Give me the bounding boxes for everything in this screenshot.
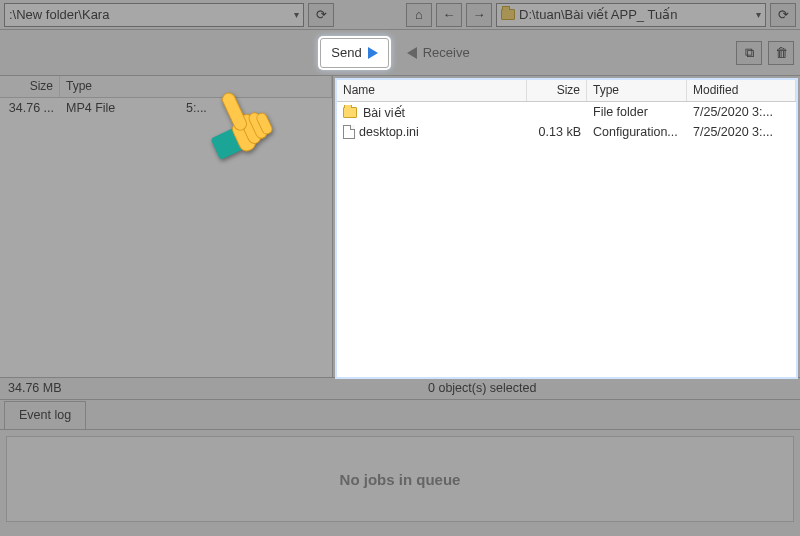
cell-name: Bài viết: [337, 105, 527, 120]
col-name[interactable]: Name: [337, 80, 527, 101]
folder-icon: [501, 9, 515, 20]
send-button[interactable]: Send: [320, 38, 388, 68]
refresh-right-button[interactable]: ⟳: [770, 3, 796, 27]
home-button[interactable]: ⌂: [406, 3, 432, 27]
path-text: :\New folder\Kara: [9, 7, 290, 22]
cell-size: 34.76 ...: [0, 101, 60, 115]
col-size[interactable]: Size: [0, 76, 60, 97]
left-pane: Size Type 34.76 ... MP4 File 5:...: [0, 76, 333, 377]
cell-date: 5:...: [180, 101, 332, 115]
forward-icon: →: [473, 7, 486, 22]
tab-event-log[interactable]: Event log: [4, 401, 86, 429]
col-modified[interactable]: Modified: [687, 80, 796, 101]
cell-name: desktop.ini: [337, 125, 527, 139]
cell-modified: 7/25/2020 3:...: [687, 125, 796, 139]
receive-label: Receive: [423, 45, 470, 60]
newwin-icon: ⧉: [745, 45, 754, 61]
table-row[interactable]: desktop.ini 0.13 kB Configuration... 7/2…: [337, 122, 796, 142]
trash-icon: 🗑: [775, 45, 788, 60]
queue-empty-text: No jobs in queue: [340, 471, 461, 488]
cell-type: MP4 File: [60, 101, 180, 115]
table-row[interactable]: 34.76 ... MP4 File 5:...: [0, 98, 332, 118]
col-type[interactable]: Type: [60, 76, 332, 97]
chevron-down-icon: ▾: [294, 9, 299, 20]
row-name-text: Bài viết: [363, 105, 405, 120]
queue-panel: No jobs in queue: [6, 436, 794, 522]
status-left: 34.76 MB: [0, 378, 420, 399]
back-button[interactable]: ←: [436, 3, 462, 27]
forward-button[interactable]: →: [466, 3, 492, 27]
delete-button[interactable]: 🗑: [768, 41, 794, 65]
file-icon: [343, 125, 355, 139]
refresh-left-button[interactable]: ⟳: [308, 3, 334, 27]
cell-type: Configuration...: [587, 125, 687, 139]
new-tab-button[interactable]: ⧉: [736, 41, 762, 65]
table-row[interactable]: Bài viết File folder 7/25/2020 3:...: [337, 102, 796, 122]
refresh-icon: ⟳: [316, 7, 327, 22]
right-pane: Name Size Type Modified Bài viết File fo…: [335, 78, 798, 379]
folder-icon: [343, 107, 357, 118]
chevron-down-icon: ▾: [756, 9, 761, 20]
back-icon: ←: [443, 7, 456, 22]
right-path-box[interactable]: D:\tuan\Bài viết APP_ Tuấn ▾: [496, 3, 766, 27]
arrow-right-icon: [368, 47, 378, 59]
left-path-box[interactable]: :\New folder\Kara ▾: [4, 3, 304, 27]
refresh-icon: ⟳: [778, 7, 789, 22]
col-size[interactable]: Size: [527, 80, 587, 101]
row-name-text: desktop.ini: [359, 125, 419, 139]
arrow-left-icon: [407, 47, 417, 59]
cell-type: File folder: [587, 105, 687, 119]
col-type[interactable]: Type: [587, 80, 687, 101]
cell-size: 0.13 kB: [527, 125, 587, 139]
path-text: D:\tuan\Bài viết APP_ Tuấn: [519, 7, 752, 22]
cell-modified: 7/25/2020 3:...: [687, 105, 796, 119]
status-right: 0 object(s) selected: [420, 378, 544, 399]
send-label: Send: [331, 45, 361, 60]
receive-button[interactable]: Receive: [397, 38, 480, 68]
home-icon: ⌂: [415, 7, 423, 22]
